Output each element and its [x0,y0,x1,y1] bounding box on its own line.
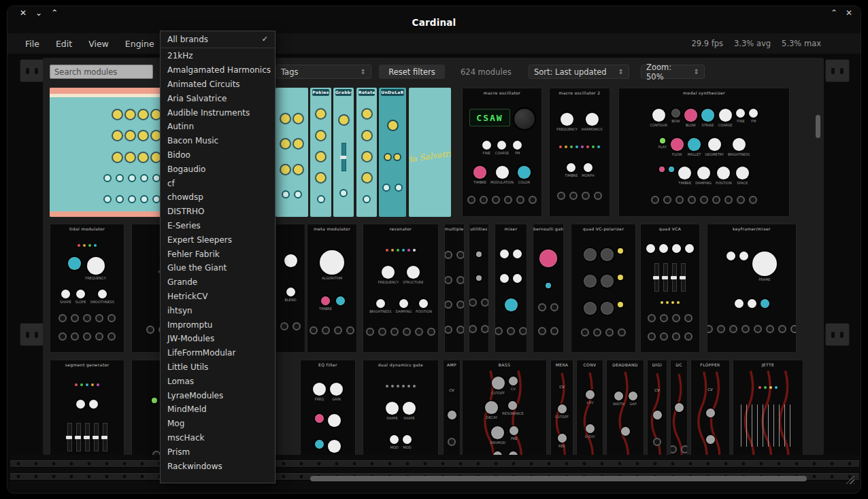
led-indicator [83,244,86,247]
module-utilities[interactable]: utilities [469,224,489,353]
module-modal-synthesizer[interactable]: modal synthesizerCONTOURBOWBLOWSTRIKECOA… [618,88,790,217]
brand-menu-item[interactable]: Amalgamated Harmonics [161,63,275,78]
search-input[interactable] [50,65,153,79]
horizontal-scrollbar[interactable] [310,476,807,481]
module-dual-dynamics-gate[interactable]: dual dynamics gateSHAPESHAPEMODMOD [363,360,439,455]
brand-menu-item[interactable]: ihtsyn [161,303,275,317]
brand-menu-item[interactable]: Prism [161,445,275,459]
tags-dropdown[interactable]: Tags ⇕ [276,65,371,79]
brand-menu-item[interactable]: mscHack [161,431,275,445]
jack-port [557,192,565,200]
module-jette[interactable]: JETTE [733,360,803,455]
brand-menu-item[interactable]: Glue the Giant [161,261,275,275]
chevron-down-icon[interactable]: ⌄ [35,8,42,18]
module-quad-vc-polarizer[interactable]: quad VC-polarizer [571,224,636,353]
module-dc[interactable]: DC [670,360,688,455]
brand-menu-item[interactable]: Fehler Fabrik [161,247,275,261]
brand-menu-item[interactable]: Audible Instruments [161,105,275,120]
knob-label: SHAPE [386,416,398,420]
brand-menu-item[interactable]: Little Utils [161,360,275,375]
menubar-item-edit[interactable]: Edit [56,39,72,49]
module-unnamed[interactable] [276,88,308,217]
knob-label: FREQUENCY [85,276,105,280]
module-keyframer-mixer[interactable]: keyframer/mixerFRAME [707,224,797,353]
brand-menu-item[interactable]: Bogaudio [161,162,275,176]
menubar-item-view[interactable]: View [88,39,109,49]
brand-menu-item[interactable]: LyraeModules [161,388,275,402]
sort-dropdown[interactable]: Sort: Last updated ⇕ [529,65,629,79]
expand-icon[interactable]: ⌃ [831,8,837,18]
brand-menu-item[interactable]: 21kHz [161,49,275,63]
brand-menu-item[interactable]: Rackwindows [161,459,275,473]
module-mera[interactable]: MERACVCUTOFFRES [550,360,573,455]
chevron-up-icon[interactable]: ⌃ [51,8,58,18]
knob [509,451,518,455]
reset-filters-button[interactable]: Reset filters [379,65,445,79]
module-tidal-modulator[interactable]: tidal modulatorFREQUENCYSHAPESLOPESMOOTH… [50,224,124,353]
module-rotatoes[interactable]: Rotatoes [356,88,377,217]
module-undular[interactable]: UnDuLaR [379,88,406,217]
module-pokies[interactable]: Pokies [310,88,331,217]
led-indicator [413,385,416,388]
brand-menu-item-all-brands[interactable]: All brands ✓ [161,31,275,47]
module-unnamed[interactable]: BLEND [276,224,305,353]
module-eq-filter[interactable]: EQ filterFREQGAIN [300,360,356,455]
jack-port [684,314,692,322]
led-indicator [597,145,600,148]
module-amp[interactable]: AMPCVIN [443,360,461,455]
tags-dropdown-label: Tags [281,67,298,77]
brand-menu-item[interactable]: DISTRHO [161,205,275,219]
brand-menu-item[interactable]: Bacon Music [161,134,275,148]
module-unnamed[interactable]: Aria Salvatrice [409,88,451,217]
brand-menu-item[interactable]: cf [161,176,275,190]
brand-menu-item[interactable]: LifeFormModular [161,346,275,360]
module-deadband[interactable]: DEADBANDWIDTHGAP [606,360,644,455]
brand-menu-item[interactable]: HetrickCV [161,290,275,304]
led-indicator [78,244,80,247]
brand-menu-item[interactable]: Expert Sleepers [161,233,275,247]
brand-menu-item[interactable]: MindMeld [161,402,275,417]
module-meta-modulator[interactable]: meta modulatorALGORITHMTIMBRE [307,224,357,353]
module-macro-oscillator[interactable]: macro oscillatorCSAWFINECOARSEFMTIMBREMO… [462,88,542,217]
module-grabby[interactable]: Grabby [333,88,354,217]
brand-menu-item[interactable]: Mog [161,417,275,431]
close-icon[interactable]: ✕ [20,8,27,18]
module-quad-vca[interactable]: quad VCA [640,224,700,353]
module-conv[interactable]: CONV+5VO-DIV [576,360,603,455]
knob [739,252,748,260]
module-flopper[interactable]: FLOPPERCV [690,360,730,455]
module-macro-oscillator-2[interactable]: macro oscillator 2FREQUENCYHARMONICSTIMB… [549,88,610,217]
module-title: MERA [551,362,573,368]
module-bernoulli-gate[interactable]: bernoulli gate [533,224,564,353]
module-bass[interactable]: BASSCUTOFFCVDECAYRESONANCEENVMODPREACCEN… [462,360,547,455]
knob [76,400,85,409]
module-segment-generator[interactable]: segment generator [50,360,124,455]
brand-menu-item[interactable]: Animated Circuits [161,78,275,92]
zoom-dropdown[interactable]: Zoom: 50% ⇕ [641,65,705,79]
brand-menu-item[interactable]: E-Series [161,219,275,233]
brand-menu-item[interactable]: Aria Salvatrice [161,91,275,105]
menubar-item-engine[interactable]: Engine [125,39,154,49]
knob-label: SLOPE [76,300,86,304]
jack-port [582,192,590,200]
brand-menu-item[interactable]: chowdsp [161,190,275,205]
jack-port [481,325,489,333]
led-indicator [391,249,394,252]
brand-menu-item[interactable]: Grande [161,275,275,290]
module-digi[interactable]: DIGICVANALOG [647,360,667,455]
jack-port [684,332,692,341]
menubar-item-file[interactable]: File [25,39,39,49]
knob-label: +5V [586,400,594,405]
brand-menu-item[interactable]: Autinn [161,120,275,134]
brand-menu-item[interactable]: Lomas [161,374,275,388]
vertical-scrollbar[interactable] [816,115,820,138]
module-resonator[interactable]: resonatorFREQUENCYSTRUCTUREBRIGHTNESSDAM… [363,224,439,353]
brand-menu-item[interactable]: JW-Modules [161,332,275,346]
module-mixer[interactable]: mixer [495,224,527,353]
app-x-icon[interactable]: ✕ [846,8,852,18]
module-title: segment generator [50,362,124,368]
brand-menu-item[interactable]: Bidoo [161,148,275,162]
brand-menu-item[interactable]: Impromptu [161,317,275,332]
module-multiples[interactable]: multiples [444,224,465,353]
knob [316,109,325,118]
